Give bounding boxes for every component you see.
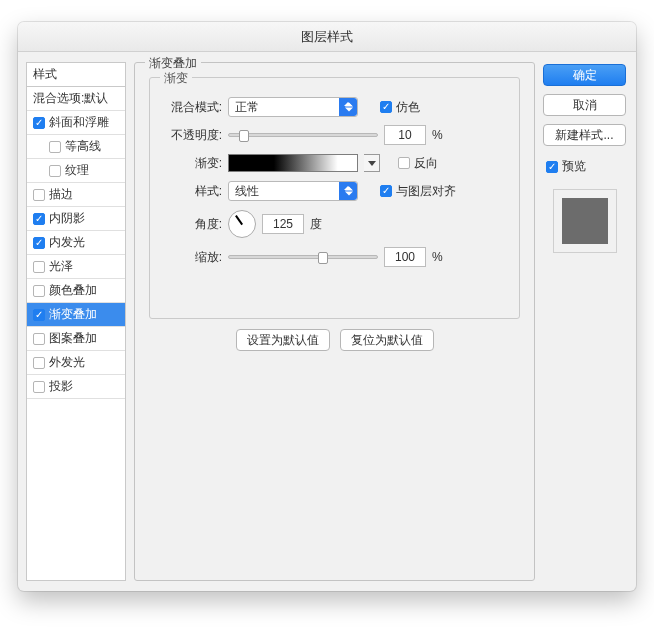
style-label: 光泽 <box>49 258 121 275</box>
style-item-patternoverlay[interactable]: 图案叠加 <box>27 327 125 351</box>
label-scale: 缩放: <box>162 249 222 266</box>
style-label: 颜色叠加 <box>49 282 121 299</box>
preview-checkbox[interactable] <box>546 161 558 173</box>
style-checkbox-dropshadow[interactable] <box>33 381 45 393</box>
style-label: 图案叠加 <box>49 330 121 347</box>
style-label: 渐变叠加 <box>49 306 121 323</box>
reverse-label: 反向 <box>414 155 438 172</box>
style-label: 斜面和浮雕 <box>49 114 121 131</box>
new-style-button[interactable]: 新建样式... <box>543 124 626 146</box>
unit-percent: % <box>432 128 443 142</box>
style-checkbox-innershadow[interactable] <box>33 213 45 225</box>
dither-checkbox[interactable] <box>380 101 392 113</box>
style-item-satin[interactable]: 光泽 <box>27 255 125 279</box>
style-item-texture[interactable]: 纹理 <box>27 159 125 183</box>
style-checkbox-stroke[interactable] <box>33 189 45 201</box>
label-gradient: 渐变: <box>162 155 222 172</box>
reset-default-button[interactable]: 复位为默认值 <box>340 329 434 351</box>
preview-swatch <box>553 189 617 253</box>
style-checkbox-texture[interactable] <box>49 165 61 177</box>
styles-header[interactable]: 样式 <box>26 62 126 87</box>
style-item-innerglow[interactable]: 内发光 <box>27 231 125 255</box>
style-checkbox-outerglow[interactable] <box>33 357 45 369</box>
style-checkbox-contour[interactable] <box>49 141 61 153</box>
scale-slider[interactable] <box>228 255 378 259</box>
gradient-swatch[interactable] <box>228 154 358 172</box>
style-label: 内发光 <box>49 234 121 251</box>
cancel-button[interactable]: 取消 <box>543 94 626 116</box>
layer-style-dialog: 图层样式 样式 混合选项:默认斜面和浮雕等高线纹理描边内阴影内发光光泽颜色叠加渐… <box>18 22 636 591</box>
style-item-outerglow[interactable]: 外发光 <box>27 351 125 375</box>
style-checkbox-innerglow[interactable] <box>33 237 45 249</box>
style-checkbox-patternoverlay[interactable] <box>33 333 45 345</box>
style-select[interactable]: 线性 <box>228 181 358 201</box>
style-checkbox-gradientoverlay[interactable] <box>33 309 45 321</box>
label-blendmode: 混合模式: <box>162 99 222 116</box>
style-label: 外发光 <box>49 354 121 371</box>
align-label: 与图层对齐 <box>396 183 456 200</box>
styles-list: 混合选项:默认斜面和浮雕等高线纹理描边内阴影内发光光泽颜色叠加渐变叠加图案叠加外… <box>26 87 126 581</box>
style-item-bevel[interactable]: 斜面和浮雕 <box>27 111 125 135</box>
style-label: 纹理 <box>65 162 121 179</box>
style-checkbox-satin[interactable] <box>33 261 45 273</box>
style-label: 混合选项:默认 <box>33 90 121 107</box>
make-default-button[interactable]: 设置为默认值 <box>236 329 330 351</box>
angle-dial[interactable] <box>228 210 256 238</box>
style-checkbox-bevel[interactable] <box>33 117 45 129</box>
style-label: 投影 <box>49 378 121 395</box>
style-label: 等高线 <box>65 138 121 155</box>
preview-label: 预览 <box>562 158 586 175</box>
style-label: 内阴影 <box>49 210 121 227</box>
label-angle: 角度: <box>162 216 222 233</box>
dither-label: 仿色 <box>396 99 420 116</box>
blendmode-select[interactable]: 正常 <box>228 97 358 117</box>
reverse-checkbox[interactable] <box>398 157 410 169</box>
dialog-title: 图层样式 <box>18 22 636 52</box>
panel-sublegend: 渐变 <box>160 70 192 87</box>
opacity-slider[interactable] <box>228 133 378 137</box>
unit-degree: 度 <box>310 216 322 233</box>
style-item-blendopts[interactable]: 混合选项:默认 <box>27 87 125 111</box>
style-item-contour[interactable]: 等高线 <box>27 135 125 159</box>
style-item-innershadow[interactable]: 内阴影 <box>27 207 125 231</box>
scale-input[interactable]: 100 <box>384 247 426 267</box>
style-label: 描边 <box>49 186 121 203</box>
style-checkbox-coloroverlay[interactable] <box>33 285 45 297</box>
label-style: 样式: <box>162 183 222 200</box>
angle-input[interactable]: 125 <box>262 214 304 234</box>
unit-percent: % <box>432 250 443 264</box>
align-checkbox[interactable] <box>380 185 392 197</box>
select-arrows-icon <box>345 187 353 196</box>
right-column: 确定 取消 新建样式... 预览 <box>543 62 626 581</box>
style-item-coloroverlay[interactable]: 颜色叠加 <box>27 279 125 303</box>
select-arrows-icon <box>345 103 353 112</box>
options-panel: 渐变叠加 渐变 混合模式: 正常 仿色 <box>134 62 535 581</box>
styles-column: 样式 混合选项:默认斜面和浮雕等高线纹理描边内阴影内发光光泽颜色叠加渐变叠加图案… <box>26 62 126 581</box>
label-opacity: 不透明度: <box>162 127 222 144</box>
style-item-stroke[interactable]: 描边 <box>27 183 125 207</box>
style-item-gradientoverlay[interactable]: 渐变叠加 <box>27 303 125 327</box>
ok-button[interactable]: 确定 <box>543 64 626 86</box>
style-item-dropshadow[interactable]: 投影 <box>27 375 125 399</box>
gradient-dropdown[interactable] <box>364 154 380 172</box>
opacity-input[interactable]: 10 <box>384 125 426 145</box>
